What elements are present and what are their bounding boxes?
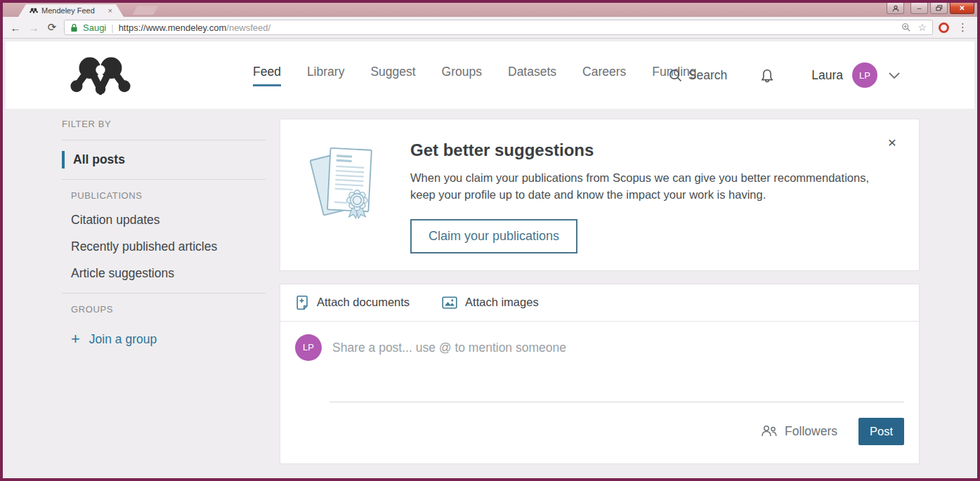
- address-separator: |: [111, 22, 113, 33]
- close-window-button[interactable]: ✕: [950, 3, 974, 14]
- join-a-group-button[interactable]: + Join a group: [71, 331, 266, 347]
- post-composer-card: Attach documents Attach images: [280, 284, 920, 464]
- extension-icon[interactable]: [939, 22, 949, 33]
- close-window-icon: ✕: [959, 4, 965, 12]
- notifications-button[interactable]: [759, 68, 775, 83]
- url-domain: https://www.mendeley.com: [119, 22, 227, 33]
- feed-main-column: ×: [280, 119, 920, 464]
- composer-avatar: LP: [295, 334, 322, 361]
- user-name[interactable]: Laura: [811, 68, 843, 83]
- browser-titlebar: Mendeley Feed × – ✕: [3, 3, 977, 17]
- person-icon: [892, 5, 899, 12]
- omnibox-right-icons: ☆: [901, 22, 927, 33]
- new-tab-button[interactable]: [133, 6, 159, 15]
- sidebar-item-citation-updates[interactable]: Citation updates: [71, 213, 266, 228]
- nav-item-suggest[interactable]: Suggest: [370, 41, 415, 109]
- sidebar-item-recently-published[interactable]: Recently published articles: [71, 239, 266, 254]
- followers-label: Followers: [785, 424, 837, 439]
- url-path: /newsfeed/: [226, 22, 270, 33]
- suggestion-card-body: When you claim your publications from Sc…: [410, 170, 880, 204]
- page-content: FILTER BY All posts PUBLICATIONS Citatio…: [6, 109, 974, 475]
- mendeley-logo[interactable]: [70, 56, 131, 95]
- secure-site-label[interactable]: Saugi: [83, 22, 106, 33]
- post-input[interactable]: Share a post... use @ to mention someone: [332, 341, 566, 361]
- nav-item-feed[interactable]: Feed: [253, 41, 281, 109]
- reload-button[interactable]: ⟳: [46, 21, 58, 34]
- secure-lock-icon: [70, 23, 78, 32]
- followers-visibility-button[interactable]: Followers: [761, 424, 837, 439]
- filter-sidebar: FILTER BY All posts PUBLICATIONS Citatio…: [62, 119, 266, 347]
- restore-icon: [936, 5, 943, 11]
- bookmark-star-icon[interactable]: ☆: [917, 22, 927, 33]
- attach-document-icon: [295, 295, 309, 310]
- get-better-suggestions-card: ×: [280, 119, 920, 271]
- post-button[interactable]: Post: [858, 418, 904, 445]
- divider: [62, 140, 266, 140]
- page-body: Feed Library Suggest Groups Datasets Car…: [6, 41, 974, 475]
- compose-row: LP Share a post... use @ to mention some…: [280, 322, 919, 361]
- restore-button[interactable]: [930, 3, 948, 14]
- sidebar-item-all-posts[interactable]: All posts: [62, 151, 266, 169]
- filter-by-heading: FILTER BY: [62, 119, 266, 129]
- followers-icon: [761, 425, 778, 437]
- attach-image-icon: [442, 296, 457, 309]
- publications-group: PUBLICATIONS Citation updates Recently p…: [62, 190, 266, 281]
- attach-images-label: Attach images: [465, 296, 539, 309]
- plus-icon: +: [71, 331, 80, 347]
- dismiss-card-icon[interactable]: ×: [888, 135, 896, 150]
- publications-illustration: [308, 140, 382, 226]
- minimize-icon: –: [917, 4, 922, 12]
- account-menu-button[interactable]: [889, 72, 900, 79]
- header-right-cluster: Search Laura LP: [669, 41, 900, 109]
- attach-images-button[interactable]: Attach images: [442, 296, 539, 309]
- tab-title: Mendeley Feed: [41, 6, 95, 15]
- attach-documents-button[interactable]: Attach documents: [295, 295, 410, 310]
- nav-item-groups[interactable]: Groups: [442, 41, 482, 109]
- url-text[interactable]: https://www.mendeley.com/newsfeed/: [119, 22, 271, 33]
- nav-item-library[interactable]: Library: [307, 41, 345, 109]
- rosette-seal: [347, 190, 367, 218]
- nav-item-careers[interactable]: Careers: [582, 41, 626, 109]
- browser-toolbar: ← → ⟳ Saugi | https://www.mendeley.com/n…: [3, 17, 977, 39]
- suggestion-card-title: Get better suggestions: [410, 140, 880, 160]
- search-icon: [669, 69, 682, 82]
- back-button[interactable]: ←: [9, 22, 22, 34]
- nav-item-datasets[interactable]: Datasets: [508, 41, 556, 109]
- bell-icon: [759, 68, 775, 83]
- publications-heading: PUBLICATIONS: [71, 190, 266, 201]
- groups-group: GROUPS + Join a group: [62, 304, 266, 347]
- composer-footer: Followers Post: [280, 402, 919, 463]
- tab-close-icon[interactable]: ×: [108, 7, 112, 15]
- forward-button[interactable]: →: [27, 22, 40, 34]
- join-group-label: Join a group: [89, 332, 157, 347]
- address-bar[interactable]: Saugi | https://www.mendeley.com/newsfee…: [64, 20, 933, 35]
- site-header: Feed Library Suggest Groups Datasets Car…: [6, 41, 974, 109]
- claim-publications-button[interactable]: Claim your publications: [410, 219, 577, 253]
- browser-tab[interactable]: Mendeley Feed ×: [18, 4, 124, 17]
- minimize-button[interactable]: –: [910, 3, 928, 14]
- browser-window: Mendeley Feed × – ✕ ← → ⟳: [0, 0, 980, 481]
- window-controls: – ✕: [887, 3, 974, 14]
- active-tab-underline: [253, 84, 281, 86]
- divider: [62, 293, 266, 294]
- groups-heading: GROUPS: [71, 304, 266, 315]
- divider: [62, 179, 266, 180]
- browser-menu-icon[interactable]: ⋮: [955, 21, 971, 34]
- mendeley-favicon-icon: [30, 8, 38, 13]
- attach-documents-label: Attach documents: [317, 296, 410, 309]
- sidebar-item-article-suggestions[interactable]: Article suggestions: [71, 266, 266, 281]
- user-avatar[interactable]: LP: [852, 62, 877, 88]
- browser-profile-button[interactable]: [887, 3, 904, 14]
- main-navigation: Feed Library Suggest Groups Datasets Car…: [253, 41, 697, 109]
- search-label: Search: [688, 68, 727, 83]
- attach-toolbar: Attach documents Attach images: [280, 284, 919, 321]
- search-button[interactable]: Search: [669, 68, 727, 83]
- page-zoom-icon[interactable]: [901, 22, 911, 32]
- chevron-down-icon: [889, 72, 900, 79]
